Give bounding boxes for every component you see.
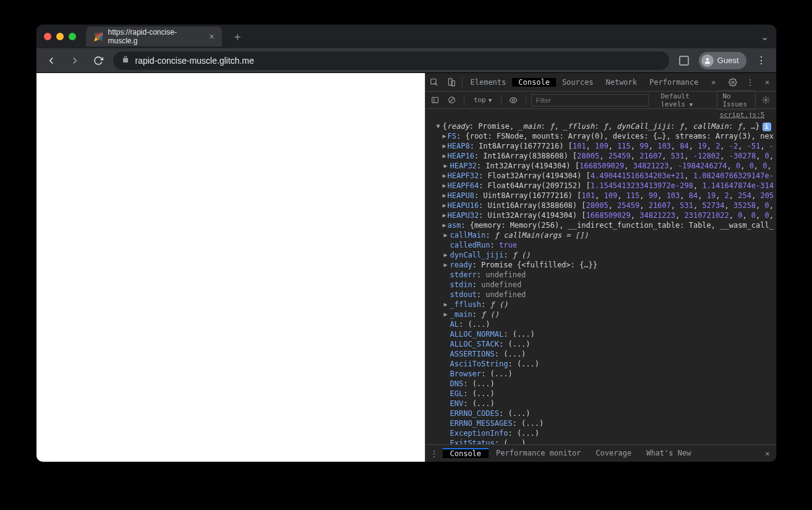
expand-caret[interactable] [443,191,447,201]
address-bar[interactable]: rapid-concise-muscle.glitch.me [113,51,669,70]
devtools-tab-performance[interactable]: Performance [643,78,704,87]
profile-chip[interactable]: Guest [699,52,746,69]
clear-console-button[interactable] [445,96,458,104]
console-filter-input[interactable] [531,94,649,106]
object-property-row[interactable]: stdout: undefined [432,290,774,300]
object-property-row[interactable]: stdin: undefined [432,280,774,290]
log-levels-selector[interactable]: Default levels ▼ [656,90,713,110]
devtools-settings-button[interactable] [724,78,741,87]
drawer-tab-what-s-new[interactable]: What's New [639,449,698,457]
drawer-menu-button[interactable]: ⋮ [425,449,443,458]
drawer-tab-console[interactable]: Console [443,448,489,458]
object-property-row[interactable]: AL: (...) [432,319,774,329]
console-output[interactable]: script.js:5 {ready: Promise, _main: ƒ, _… [425,109,776,444]
device-toolbar-button[interactable] [443,78,460,87]
object-property-row[interactable]: stderr: undefined [432,270,774,280]
devtools-menu-button[interactable]: ⋮ [741,78,759,87]
object-property-row[interactable]: HEAPF64: Float64Array(2097152) [1.154541… [432,181,774,191]
panel-toggle-icon[interactable] [675,52,693,69]
object-property-row[interactable]: ERRNO_MESSAGES: (...) [432,418,774,428]
object-property-row[interactable]: HEAP8: Int8Array(16777216) [101, 109, 11… [432,141,774,151]
object-property-row[interactable]: ASSERTIONS: (...) [432,349,774,359]
devtools-more-tabs[interactable]: » [705,78,722,87]
object-property-row[interactable]: ExitStatus: (...) [432,438,774,444]
object-property-row[interactable]: EGL: (...) [432,389,774,399]
forward-button[interactable] [66,52,83,69]
live-expression-button[interactable] [507,96,520,105]
devtools-tab-console[interactable]: Console [512,78,556,87]
object-property-row[interactable]: ALLOC_NORMAL: (...) [432,329,774,339]
object-property-row[interactable]: ALLOC_STACK: (...) [432,339,774,349]
expand-caret[interactable] [443,230,449,240]
devtools-drawer: ⋮ ConsolePerformance monitorCoverageWhat… [425,444,776,462]
expand-caret[interactable] [443,220,447,230]
execution-context-selector[interactable]: top ▼ [470,95,495,105]
object-property-row[interactable]: ENV: (...) [432,399,774,408]
expand-caret[interactable] [443,161,449,171]
object-property-row[interactable]: _main: ƒ () [432,309,774,319]
object-property-row[interactable]: HEAP16: Int16Array(8388608) [28005, 2545… [432,151,774,161]
object-property-row[interactable]: asm: {memory: Memory(256), __indirect_fu… [432,220,774,230]
expand-caret[interactable] [443,171,447,181]
info-badge[interactable]: i [763,123,771,131]
expand-caret[interactable] [443,300,449,309]
reload-button[interactable] [90,52,107,69]
expand-caret[interactable] [443,151,447,161]
console-toolbar: top ▼ Default levels ▼ No Issues [425,92,776,109]
page-viewport[interactable] [36,73,425,462]
object-property-row[interactable]: FS: {root: FSNode, mounts: Array(0), dev… [432,131,774,141]
expand-caret[interactable] [443,250,449,260]
svg-point-0 [706,58,709,61]
fullscreen-window-button[interactable] [69,33,76,40]
drawer-tab-performance-monitor[interactable]: Performance monitor [489,449,588,457]
expand-caret[interactable] [443,131,447,141]
tab-overflow-button[interactable]: ⌄ [761,31,769,43]
drawer-tab-coverage[interactable]: Coverage [588,449,639,457]
new-tab-button[interactable]: ＋ [226,27,249,46]
devtools-close-button[interactable]: × [759,78,776,87]
expand-caret[interactable] [443,309,449,319]
browser-tab[interactable]: 🎉 https://rapid-concise-muscle.g × [86,27,222,46]
object-property-row[interactable]: dynCall_jiji: ƒ () [432,250,774,260]
object-property-row[interactable]: callMain: ƒ callMain(args = []) [432,230,774,240]
object-property-row[interactable]: HEAPU16: Uint16Array(8388608) [28005, 25… [432,201,774,210]
object-property-row[interactable]: ERRNO_CODES: (...) [432,408,774,418]
object-property-row[interactable]: Browser: (...) [432,369,774,379]
minimize-window-button[interactable] [56,33,64,40]
back-button[interactable] [43,52,60,69]
object-property-row[interactable]: HEAPU8: Uint8Array(16777216) [101, 109, … [432,191,774,201]
devtools-panel: ElementsConsoleSourcesNetworkPerformance… [425,73,776,462]
inspect-element-button[interactable] [425,78,443,87]
console-sidebar-toggle[interactable] [429,96,442,104]
object-property-row[interactable]: ExceptionInfo: (...) [432,428,774,438]
object-summary-row[interactable]: {ready: Promise, _main: ƒ, _fflush: ƒ, d… [432,121,774,131]
object-property-row[interactable]: HEAPU32: Uint32Array(4194304) [166850902… [432,210,774,220]
devtools-tab-elements[interactable]: Elements [464,78,513,87]
devtools-tab-network[interactable]: Network [599,78,643,87]
expand-caret[interactable] [443,201,447,210]
object-property-row[interactable]: AsciiToString: (...) [432,359,774,369]
close-tab-button[interactable]: × [209,32,214,41]
devtools-tab-sources[interactable]: Sources [556,78,600,87]
close-window-button[interactable] [44,33,51,40]
expand-caret[interactable] [443,210,447,220]
content-area: ElementsConsoleSourcesNetworkPerformance… [36,73,776,462]
expand-caret[interactable] [443,181,447,191]
object-property-row[interactable]: ready: Promise {<fulfilled>: {…}} [432,260,774,270]
drawer-close-button[interactable]: × [759,449,776,458]
console-settings-button[interactable] [759,96,772,104]
object-property-row[interactable]: calledRun: true [432,240,774,250]
chrome-menu-button[interactable]: ⋮ [753,52,770,69]
expand-caret[interactable] [443,141,447,151]
object-property-row[interactable]: HEAP32: Int32Array(4194304) [1668509029,… [432,161,774,171]
toolbar: rapid-concise-muscle.glitch.me Guest ⋮ [36,48,776,73]
svg-point-10 [764,99,766,101]
expand-caret[interactable] [435,121,442,131]
expand-caret[interactable] [443,260,449,270]
object-property-row[interactable]: DNS: (...) [432,379,774,389]
object-property-row[interactable]: HEAPF32: Float32Array(4194304) [4.490441… [432,171,774,181]
issues-button[interactable]: No Issues [717,90,755,110]
source-link[interactable]: script.js:5 [425,109,776,120]
profile-label: Guest [717,56,739,65]
object-property-row[interactable]: _fflush: ƒ () [432,300,774,309]
